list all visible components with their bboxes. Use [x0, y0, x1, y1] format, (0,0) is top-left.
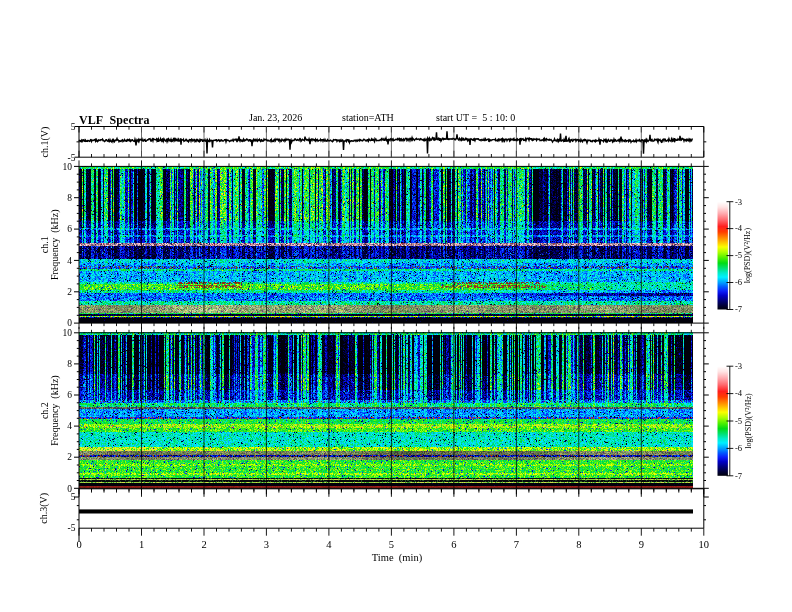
svg-text:5: 5	[71, 492, 76, 502]
svg-text:ch.1(V): ch.1(V)	[39, 127, 51, 158]
svg-text:10: 10	[63, 328, 73, 338]
svg-text:4: 4	[67, 256, 72, 266]
svg-text:10: 10	[63, 162, 73, 172]
svg-text:-6: -6	[735, 443, 743, 453]
svg-text:4: 4	[326, 539, 332, 550]
svg-text:-5: -5	[68, 523, 76, 533]
svg-text:0: 0	[67, 318, 72, 328]
svg-text:4: 4	[67, 421, 72, 431]
svg-text:9: 9	[639, 539, 644, 550]
svg-text:2: 2	[201, 539, 206, 550]
svg-text:3: 3	[264, 539, 269, 550]
svg-text:6: 6	[67, 224, 72, 234]
svg-text:-6: -6	[735, 277, 743, 287]
svg-text:-3: -3	[735, 197, 742, 207]
svg-text:ch.3(V): ch.3(V)	[39, 493, 51, 524]
svg-text:Time (min): Time (min)	[372, 552, 423, 564]
svg-text:-7: -7	[735, 471, 743, 481]
svg-text:8: 8	[67, 193, 72, 203]
svg-text:-5: -5	[735, 416, 742, 426]
svg-text:log(PSD)(V²/Hz): log(PSD)(V²/Hz)	[744, 228, 753, 284]
svg-text:-7: -7	[735, 304, 743, 314]
svg-text:5: 5	[71, 122, 76, 132]
svg-text:Jan. 23, 2026: Jan. 23, 2026	[249, 112, 302, 123]
svg-text:8: 8	[67, 359, 72, 369]
svg-text:ch.1: ch.1	[39, 236, 50, 253]
svg-text:-3: -3	[735, 361, 742, 371]
svg-text:2: 2	[67, 287, 72, 297]
svg-text:ch.2: ch.2	[39, 402, 50, 419]
svg-text:-5: -5	[735, 250, 742, 260]
svg-text:-4: -4	[735, 223, 743, 233]
svg-text:6: 6	[451, 539, 456, 550]
svg-text:10: 10	[699, 539, 710, 550]
svg-text:station=ATH: station=ATH	[342, 112, 394, 123]
svg-text:log(PSD)(V²/Hz): log(PSD)(V²/Hz)	[744, 393, 753, 449]
svg-text:Frequency (kHz): Frequency (kHz)	[50, 210, 62, 281]
svg-text:5: 5	[389, 539, 394, 550]
svg-text:0: 0	[76, 539, 81, 550]
svg-text:1: 1	[139, 539, 144, 550]
svg-text:6: 6	[67, 390, 72, 400]
svg-text:8: 8	[576, 539, 581, 550]
svg-text:VLF Spectra: VLF Spectra	[79, 113, 150, 127]
svg-text:7: 7	[514, 539, 519, 550]
svg-text:start UT = 5 : 10: 0: start UT = 5 : 10: 0	[436, 112, 515, 123]
svg-text:Frequency (kHz): Frequency (kHz)	[50, 375, 62, 446]
svg-text:2: 2	[67, 452, 72, 462]
svg-text:-4: -4	[735, 388, 743, 398]
